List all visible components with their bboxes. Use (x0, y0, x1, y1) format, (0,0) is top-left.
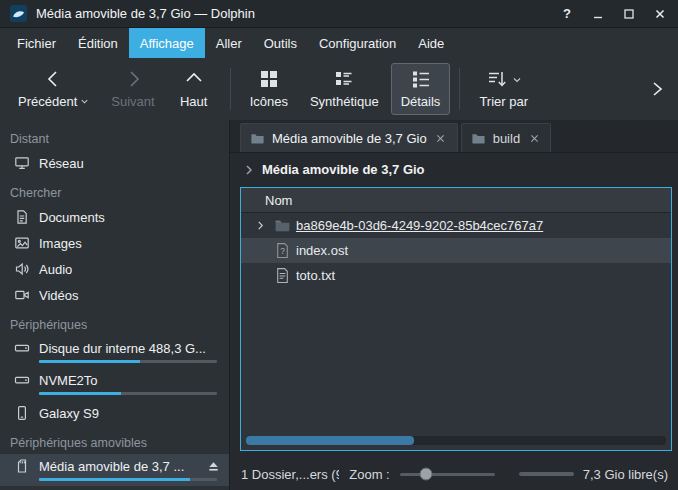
toolbar: Précédent Suivant Haut Icônes Synthétiqu… (0, 58, 678, 120)
sd-card-icon (14, 458, 30, 474)
help-button[interactable]: ? (559, 6, 575, 22)
back-button[interactable]: Précédent (8, 63, 99, 115)
section-header-amovibles: Périphériques amovibles (0, 430, 229, 454)
smartphone-icon (14, 405, 30, 421)
up-button[interactable]: Haut (167, 63, 221, 115)
minimize-button[interactable] (590, 6, 606, 22)
unknown-file-icon: ? (274, 242, 291, 259)
file-view: Nom ba869e4b-03d6-4249-9202-85b4cec767a7… (240, 187, 672, 451)
forward-button[interactable]: Suivant (101, 63, 164, 115)
sidebar-item-nvme2to[interactable]: NVME2To (0, 368, 229, 400)
compact-view-button[interactable]: Synthétique (300, 63, 389, 115)
hard-drive-icon (14, 372, 30, 388)
sidebar-item-internal-disk[interactable]: Disque dur interne 488,3 G... (0, 336, 229, 368)
free-space-label: 7,3 Gio libre(s) (583, 467, 668, 482)
tab-removable-media[interactable]: Média amovible de 3,7 Gio (240, 123, 458, 152)
videos-icon (14, 287, 30, 303)
file-name: index.ost (296, 243, 348, 258)
maximize-button[interactable] (621, 6, 637, 22)
capacity-bar (39, 392, 217, 395)
icons-view-button[interactable]: Icônes (240, 63, 298, 115)
breadcrumb[interactable]: Média amovible de 3,7 Gio (230, 153, 678, 186)
capacity-bar (39, 360, 217, 363)
file-name: ba869e4b-03d6-4249-9202-85b4cec767a7 (296, 218, 543, 233)
sort-by-button[interactable]: Trier par (469, 63, 538, 115)
zoom-slider[interactable] (400, 473, 495, 476)
expander-spacer (251, 267, 269, 285)
expand-arrow-icon[interactable] (251, 217, 269, 235)
eject-icon[interactable] (205, 458, 221, 474)
menubar: Fichier Édition Affichage Aller Outils C… (0, 28, 678, 58)
window-title: Média amovible de 3,7 Gio — Dolphin (36, 6, 255, 21)
menu-edition[interactable]: Édition (67, 28, 129, 58)
forward-icon (122, 68, 144, 93)
places-panel: Distant Réseau Chercher Documents Images… (0, 120, 230, 490)
sidebar-item-images[interactable]: Images (0, 230, 229, 256)
file-row-index-ost[interactable]: ? index.ost (241, 238, 671, 263)
free-space-bar (519, 472, 574, 476)
hard-drive-icon (14, 340, 30, 356)
sidebar-item-reseau[interactable]: Réseau (0, 150, 229, 176)
up-icon (183, 68, 205, 93)
menu-affichage[interactable]: Affichage (129, 28, 205, 58)
breadcrumb-path[interactable]: Média amovible de 3,7 Gio (262, 162, 425, 177)
sidebar-item-documents[interactable]: Documents (0, 204, 229, 230)
file-row-folder[interactable]: ba869e4b-03d6-4249-9202-85b4cec767a7 (241, 213, 671, 238)
expander-spacer (251, 242, 269, 260)
tab-build[interactable]: build (461, 123, 551, 152)
tab-close-icon[interactable] (527, 131, 541, 145)
menu-outils[interactable]: Outils (253, 28, 308, 58)
capacity-bar (39, 478, 217, 481)
folder-icon (471, 131, 486, 146)
text-file-icon (274, 267, 291, 284)
zoom-control: Zoom : (349, 467, 494, 482)
titlebar: Média amovible de 3,7 Gio — Dolphin ? (0, 0, 678, 28)
toolbar-overflow-button[interactable] (644, 69, 670, 109)
menu-fichier[interactable]: Fichier (6, 28, 67, 58)
window-buttons: ? (559, 6, 668, 22)
back-icon (43, 68, 65, 93)
documents-icon (14, 209, 30, 225)
sidebar-item-audio[interactable]: Audio (0, 256, 229, 282)
zoom-slider-handle[interactable] (420, 468, 433, 481)
status-bar: 1 Dossier,...ers (99 o) Zoom : 7,3 Gio l… (230, 458, 678, 490)
horizontal-scrollbar[interactable] (246, 436, 666, 445)
audio-icon (14, 261, 30, 277)
file-row-toto-txt[interactable]: toto.txt (241, 263, 671, 288)
icons-view-icon (258, 68, 280, 93)
zoom-label: Zoom : (349, 467, 389, 482)
toolbar-separator (230, 68, 231, 110)
compact-view-icon (333, 68, 355, 93)
file-name: toto.txt (296, 268, 335, 283)
tab-close-icon[interactable] (434, 131, 448, 145)
details-view-button[interactable]: Détails (391, 63, 451, 115)
network-icon (14, 155, 30, 171)
tab-bar: Média amovible de 3,7 Gio build (230, 120, 678, 153)
sidebar-item-galaxy-s9[interactable]: Galaxy S9 (0, 400, 229, 426)
close-button[interactable] (652, 6, 668, 22)
folder-icon (250, 131, 265, 146)
section-header-chercher: Chercher (0, 180, 229, 204)
main-area: Média amovible de 3,7 Gio build Média am… (230, 120, 678, 490)
dolphin-window: Média amovible de 3,7 Gio — Dolphin ? Fi… (0, 0, 678, 490)
view-container: Nom ba869e4b-03d6-4249-9202-85b4cec767a7… (230, 186, 678, 458)
menu-configuration[interactable]: Configuration (308, 28, 407, 58)
sidebar-item-videos[interactable]: Vidéos (0, 282, 229, 308)
section-header-peripheriques: Périphériques (0, 312, 229, 336)
folder-icon (274, 217, 291, 234)
menu-aller[interactable]: Aller (205, 28, 253, 58)
sort-icon (486, 68, 508, 93)
sidebar-item-removable-media[interactable]: Média amovible de 3,7 ... (0, 454, 229, 486)
svg-text:?: ? (280, 246, 285, 256)
images-icon (14, 235, 30, 251)
menu-aide[interactable]: Aide (407, 28, 455, 58)
status-summary: 1 Dossier,...ers (99 o) (241, 467, 339, 482)
window-body: Distant Réseau Chercher Documents Images… (0, 120, 678, 490)
chevron-right-icon (244, 164, 254, 176)
dropdown-caret-icon (512, 73, 522, 88)
details-view-icon (410, 68, 432, 93)
scrollbar-handle[interactable] (246, 436, 414, 445)
toolbar-separator (459, 68, 460, 110)
dolphin-app-icon (10, 5, 27, 22)
column-header-nom[interactable]: Nom (241, 188, 671, 213)
